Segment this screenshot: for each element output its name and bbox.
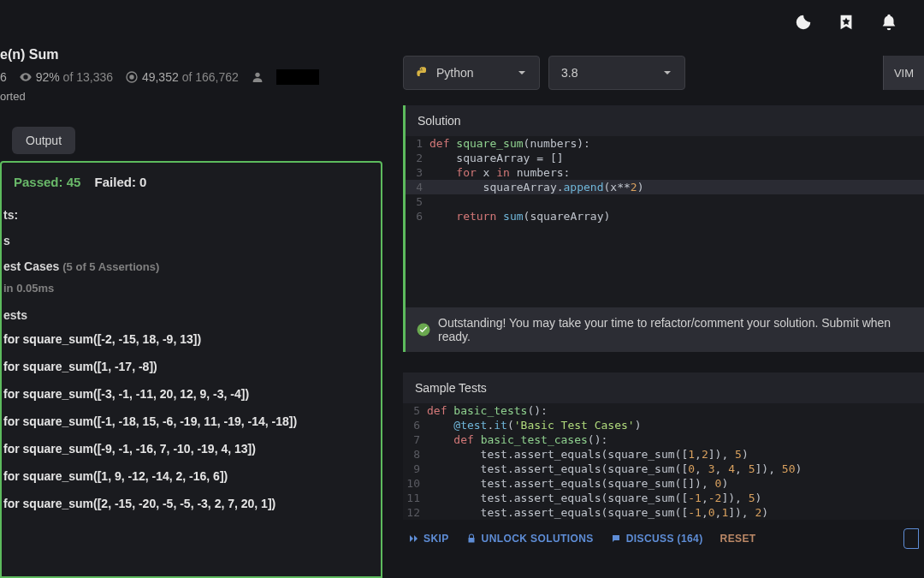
- passed-count: Passed: 45: [14, 175, 80, 189]
- solution-header: Solution: [403, 105, 924, 136]
- solution-editor[interactable]: 1def square_sum(numbers): 2 squareArray …: [403, 136, 924, 307]
- test-result-line: for square_sum([-2, -15, 18, -9, 13]): [2, 325, 381, 353]
- test-results-panel: Passed: 45 Failed: 0 ts: s est Cases (5 …: [0, 161, 382, 578]
- vim-toggle[interactable]: VIM: [883, 56, 924, 90]
- bookmark-icon[interactable]: [837, 13, 856, 34]
- s-label: s: [2, 225, 381, 251]
- success-banner: Outstanding! You may take your time to r…: [403, 307, 924, 352]
- language-select[interactable]: Python: [403, 56, 540, 90]
- test-result-line: for square_sum([2, -15, -20, -5, -5, -3,…: [2, 490, 381, 517]
- basic-tests-heading: est Cases (5 of 5 Assertions): [2, 251, 381, 277]
- theme-moon-icon[interactable]: [794, 13, 813, 34]
- svg-point-2: [255, 73, 259, 77]
- chat-icon: [611, 533, 621, 544]
- tests-heading: ts:: [2, 200, 381, 225]
- test-result-line: for square_sum([1, -17, -8]): [2, 353, 381, 380]
- chevron-down-icon: [517, 68, 527, 78]
- imported-label: orted: [0, 90, 382, 103]
- discuss-button[interactable]: DISCUSS (164): [611, 533, 703, 545]
- eye-icon: [19, 70, 33, 84]
- submit-button-edge[interactable]: [903, 528, 919, 549]
- author-avatar[interactable]: [276, 69, 319, 85]
- failed-count: Failed: 0: [95, 175, 147, 189]
- chevron-down-icon: [662, 68, 672, 78]
- test-result-line: for square_sum([1, 9, -12, -14, 2, -16, …: [2, 462, 381, 490]
- lock-icon: [466, 533, 477, 544]
- user-icon: [251, 70, 264, 84]
- skip-icon: [408, 533, 418, 544]
- target-icon: [125, 70, 139, 84]
- unlock-solutions-button[interactable]: UNLOCK SOLUTIONS: [466, 533, 594, 545]
- svg-point-1: [129, 74, 133, 79]
- sample-tests-editor[interactable]: 5def basic_tests(): 6 @test.it('Basic Te…: [403, 403, 924, 520]
- test-result-line: for square_sum([-3, -1, -11, 20, 12, 9, …: [2, 380, 381, 408]
- skip-button[interactable]: SKIP: [408, 533, 449, 545]
- kata-title: e(n) Sum: [0, 47, 382, 69]
- reset-button[interactable]: RESET: [720, 533, 756, 545]
- bell-icon[interactable]: [880, 13, 898, 34]
- test-result-line: for square_sum([-9, -1, -16, 7, -10, -19…: [2, 435, 381, 462]
- kata-stats: 6 92% of 13,336 49,352 of 166,762: [0, 69, 382, 90]
- random-tests-heading: ests: [2, 300, 381, 325]
- check-circle-icon: [416, 322, 431, 337]
- sample-tests-header: Sample Tests: [403, 372, 924, 403]
- test-result-line: for square_sum([-1, -18, 15, -6, -19, 11…: [2, 408, 381, 435]
- python-icon: [416, 66, 429, 80]
- version-select[interactable]: 3.8: [548, 56, 685, 90]
- timing-label: in 0.05ms: [2, 277, 381, 300]
- tab-output[interactable]: Output: [12, 127, 75, 154]
